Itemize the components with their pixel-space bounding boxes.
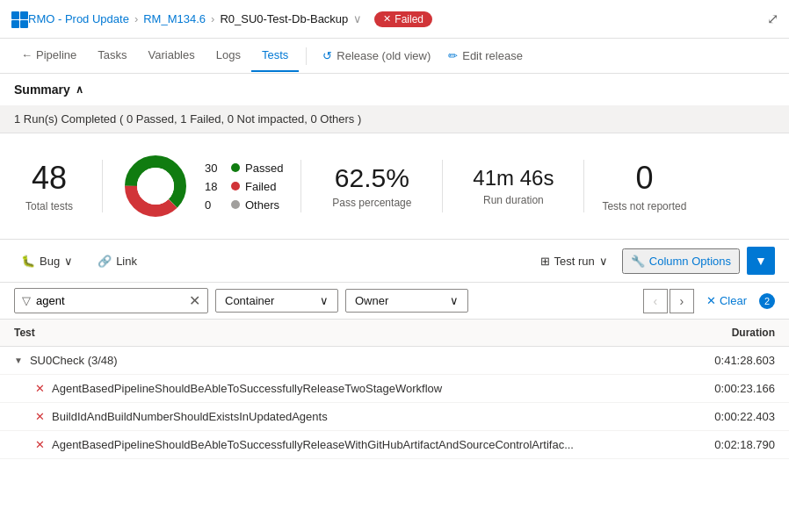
passed-dot	[231, 163, 240, 172]
test-run-icon: ⊞	[540, 255, 550, 268]
breadcrumb-dropdown-icon[interactable]: ∨	[353, 12, 362, 25]
stat-divider-3	[442, 160, 443, 212]
legend-failed: 18 Failed	[205, 180, 283, 193]
not-reported-stat: 0 Tests not reported	[602, 160, 686, 212]
svg-rect-2	[11, 20, 19, 28]
nav-tabs: ← Pipeline Tasks Variables Logs Tests ↺ …	[0, 39, 789, 74]
summary-section-header[interactable]: Summary ∧	[0, 74, 789, 105]
clear-x-icon: ✕	[706, 294, 716, 307]
breadcrumb-item-3[interactable]: R0_SU0-Test-Db-Backup	[220, 12, 348, 25]
run-duration-stat: 41m 46s Run duration	[460, 166, 566, 206]
clear-filters-button[interactable]: ✕ Clear	[701, 291, 752, 311]
toolbar: 🐛 Bug ∨ 🔗 Link ⊞ Test run ∨ 🔧 Column Opt…	[0, 240, 789, 283]
row-duration: 0:00:22.403	[687, 410, 775, 423]
row-group-name: ▼ SU0Check (3/48)	[14, 354, 687, 367]
header: RMO - Prod Update › RM_M134.6 › R0_SU0-T…	[0, 0, 789, 39]
breadcrumb-item-1[interactable]: RMO - Prod Update	[28, 12, 129, 25]
next-arrow[interactable]: ›	[670, 289, 694, 313]
filter-row: ▽ ✕ Container ∨ Owner ∨ ‹ › ✕ Clear 2	[0, 283, 789, 320]
svg-point-6	[137, 168, 174, 205]
breadcrumb-sep-1: ›	[134, 12, 138, 25]
table-body: ▼ SU0Check (3/48) 0:41:28.603 ✕ AgentBas…	[0, 347, 789, 459]
stat-divider-4	[583, 160, 584, 212]
filter-icon: ▼	[755, 254, 767, 268]
bug-icon: 🐛	[21, 255, 35, 268]
pass-pct-number: 62.5%	[319, 163, 424, 193]
others-dot	[231, 200, 240, 209]
fail-icon: ✕	[35, 382, 45, 395]
not-reported-label: Tests not reported	[602, 200, 686, 212]
back-arrow-icon: ←	[21, 48, 33, 61]
failed-dot	[231, 182, 240, 191]
row-duration: 0:41:28.603	[687, 354, 775, 367]
row-test-name: ✕ AgentBasedPipelineShouldBeAbleToSucces…	[35, 382, 687, 395]
tab-logs[interactable]: Logs	[206, 40, 251, 72]
fail-icon: ✕	[35, 410, 45, 423]
column-options-icon: 🔧	[631, 255, 645, 268]
test-run-dropdown-icon: ∨	[599, 255, 608, 268]
svg-rect-0	[11, 11, 19, 19]
breadcrumb-sep-2: ›	[211, 12, 214, 25]
expand-chevron-icon[interactable]: ▼	[14, 356, 23, 365]
link-icon: 🔗	[98, 255, 112, 268]
row-test-name: ✕ AgentBasedPipelineShouldBeAbleToSucces…	[35, 438, 687, 451]
tab-variables[interactable]: Variables	[138, 40, 206, 72]
tab-tasks[interactable]: Tasks	[87, 40, 137, 72]
breadcrumb-item-2[interactable]: RM_M134.6	[143, 12, 206, 25]
status-badge: Failed	[374, 11, 432, 27]
donut-chart-area: 30 Passed 18 Failed 0 Others	[120, 151, 283, 221]
tab-tests[interactable]: Tests	[251, 40, 299, 72]
edit-icon: ✏	[448, 49, 458, 62]
expand-icon[interactable]: ⤢	[767, 11, 778, 27]
total-tests-stat: 48 Total tests	[14, 160, 84, 212]
owner-dropdown-icon: ∨	[450, 294, 459, 307]
header-actions: ⤢	[767, 11, 778, 27]
duration-number: 41m 46s	[460, 166, 566, 191]
filter-count-badge: 2	[759, 293, 775, 309]
stat-divider-1	[102, 160, 103, 212]
toolbar-right: ⊞ Test run ∨ 🔧 Column Options ▼	[533, 247, 775, 275]
legend-passed: 30 Passed	[205, 162, 283, 175]
table-row[interactable]: ▼ SU0Check (3/48) 0:41:28.603	[0, 347, 789, 375]
test-run-button[interactable]: ⊞ Test run ∨	[533, 250, 615, 272]
row-duration: 0:02:18.790	[687, 438, 775, 451]
total-tests-label: Total tests	[14, 200, 84, 212]
donut-chart	[120, 151, 191, 221]
breadcrumb: RMO - Prod Update › RM_M134.6 › R0_SU0-T…	[28, 11, 432, 27]
total-tests-number: 48	[14, 160, 84, 197]
stats-area: 48 Total tests 30 Passed 18 Failed	[0, 133, 789, 240]
ado-logo	[11, 11, 28, 28]
search-input-wrap: ▽ ✕	[14, 288, 208, 313]
duration-label: Run duration	[460, 194, 566, 206]
prev-arrow[interactable]: ‹	[643, 289, 668, 313]
container-dropdown[interactable]: Container ∨	[215, 289, 338, 313]
pass-percentage-stat: 62.5% Pass percentage	[319, 163, 424, 209]
bug-dropdown-icon: ∨	[64, 255, 73, 268]
table-row[interactable]: ✕ AgentBasedPipelineShouldBeAbleToSucces…	[0, 375, 789, 403]
release-old-view-action[interactable]: ↺ Release (old view)	[314, 44, 439, 68]
search-clear-icon[interactable]: ✕	[189, 292, 200, 309]
link-button[interactable]: 🔗 Link	[90, 250, 144, 272]
owner-dropdown[interactable]: Owner ∨	[345, 289, 468, 313]
svg-rect-1	[20, 11, 28, 19]
summary-title: Summary	[14, 83, 70, 97]
summary-banner: 1 Run(s) Completed ( 0 Passed, 1 Failed,…	[0, 105, 789, 133]
container-dropdown-icon: ∨	[320, 294, 329, 307]
tab-pipeline[interactable]: ← Pipeline	[11, 40, 87, 72]
edit-release-action[interactable]: ✏ Edit release	[439, 44, 532, 68]
filter-funnel-icon: ▽	[22, 294, 31, 307]
legend-others: 0 Others	[205, 198, 283, 212]
bug-button[interactable]: 🐛 Bug ∨	[14, 250, 80, 272]
table-row[interactable]: ✕ BuildIdAndBuildNumberShouldExistsInUpd…	[0, 403, 789, 431]
table-header: Test Duration	[0, 320, 789, 347]
column-options-button[interactable]: 🔧 Column Options	[622, 248, 740, 274]
summary-chevron: ∧	[76, 83, 83, 96]
table-row[interactable]: ✕ AgentBasedPipelineShouldBeAbleToSucces…	[0, 431, 789, 459]
filter-active-button[interactable]: ▼	[747, 247, 775, 275]
search-input[interactable]	[36, 294, 184, 307]
nav-arrows: ‹ ›	[643, 289, 694, 313]
pass-pct-label: Pass percentage	[319, 197, 424, 209]
toolbar-left: 🐛 Bug ∨ 🔗 Link	[14, 250, 144, 272]
not-reported-number: 0	[602, 160, 686, 197]
fail-icon: ✕	[35, 438, 45, 451]
